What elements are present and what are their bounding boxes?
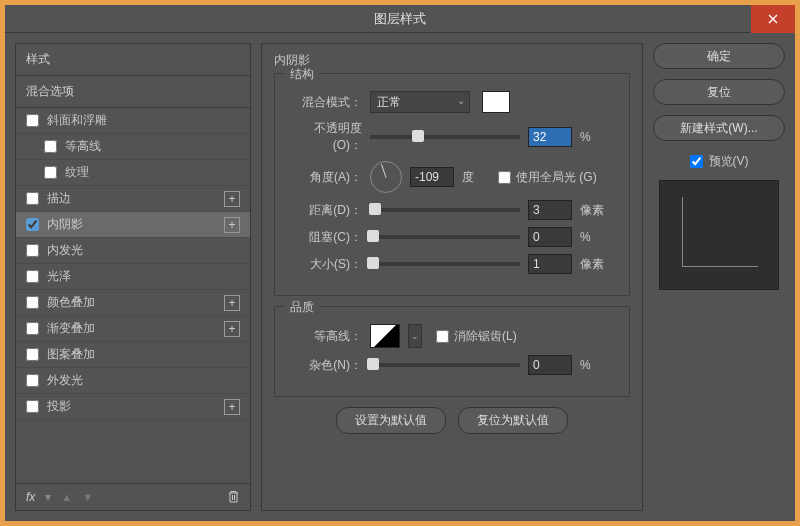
choke-unit: % (580, 230, 608, 244)
close-button[interactable] (751, 5, 795, 33)
style-item-label: 内发光 (47, 242, 240, 259)
quality-fieldset: 品质 等高线： ⌄ 消除锯齿(L) 杂色(N)： % (274, 306, 630, 397)
size-label: 大小(S)： (287, 256, 362, 273)
layer-style-dialog: 图层样式 样式 混合选项 斜面和浮雕等高线纹理描边+内阴影+内发光光泽颜色叠加+… (5, 5, 795, 521)
blend-mode-select[interactable]: 正常 ⌄ (370, 91, 470, 113)
angle-unit: 度 (462, 169, 490, 186)
choke-slider[interactable] (370, 235, 520, 239)
style-list: 斜面和浮雕等高线纹理描边+内阴影+内发光光泽颜色叠加+渐变叠加+图案叠加外发光投… (16, 108, 250, 483)
structure-fieldset: 结构 混合模式： 正常 ⌄ 不透明度(O)： % 角度(A)： (274, 73, 630, 296)
contour-dropdown[interactable]: ⌄ (408, 324, 422, 348)
opacity-input[interactable] (528, 127, 572, 147)
trash-icon[interactable] (227, 490, 240, 504)
contour-label: 等高线： (287, 328, 362, 345)
reset-default-button[interactable]: 复位为默认值 (458, 407, 568, 434)
preview-shape (682, 197, 758, 267)
antialias-checkbox[interactable]: 消除锯齿(L) (436, 328, 517, 345)
size-unit: 像素 (580, 256, 608, 273)
choke-input[interactable] (528, 227, 572, 247)
style-item-label: 外发光 (47, 372, 240, 389)
angle-label: 角度(A)： (287, 169, 362, 186)
style-item-0[interactable]: 斜面和浮雕 (16, 108, 250, 134)
style-checkbox[interactable] (26, 296, 39, 309)
style-item-label: 等高线 (65, 138, 240, 155)
style-checkbox[interactable] (26, 192, 39, 205)
style-item-7[interactable]: 颜色叠加+ (16, 290, 250, 316)
structure-legend: 结构 (285, 66, 319, 83)
style-item-6[interactable]: 光泽 (16, 264, 250, 290)
style-item-4[interactable]: 内阴影+ (16, 212, 250, 238)
quality-legend: 品质 (285, 299, 319, 316)
noise-unit: % (580, 358, 608, 372)
fx-label[interactable]: fx (26, 490, 35, 504)
style-item-label: 斜面和浮雕 (47, 112, 240, 129)
style-item-10[interactable]: 外发光 (16, 368, 250, 394)
blend-mode-label: 混合模式： (287, 94, 362, 111)
angle-dial[interactable] (370, 161, 402, 193)
arrow-up-icon[interactable]: ▲ (61, 491, 72, 503)
style-checkbox[interactable] (26, 270, 39, 283)
ok-button[interactable]: 确定 (653, 43, 785, 69)
choke-label: 阻塞(C)： (287, 229, 362, 246)
size-slider[interactable] (370, 262, 520, 266)
angle-input[interactable] (410, 167, 454, 187)
preview-thumbnail (659, 180, 779, 290)
style-item-8[interactable]: 渐变叠加+ (16, 316, 250, 342)
style-checkbox[interactable] (26, 348, 39, 361)
opacity-label: 不透明度(O)： (287, 120, 362, 154)
color-picker[interactable] (482, 91, 510, 113)
distance-label: 距离(D)： (287, 202, 362, 219)
cancel-button[interactable]: 复位 (653, 79, 785, 105)
opacity-slider[interactable] (370, 135, 520, 139)
noise-slider[interactable] (370, 363, 520, 367)
size-input[interactable] (528, 254, 572, 274)
action-panel: 确定 复位 新建样式(W)... 预览(V) (653, 43, 785, 511)
style-checkbox[interactable] (26, 322, 39, 335)
style-item-label: 光泽 (47, 268, 240, 285)
contour-picker[interactable] (370, 324, 400, 348)
global-light-label: 使用全局光 (G) (516, 169, 597, 186)
distance-slider[interactable] (370, 208, 520, 212)
chevron-down-icon: ▾ (45, 490, 51, 504)
styles-panel: 样式 混合选项 斜面和浮雕等高线纹理描边+内阴影+内发光光泽颜色叠加+渐变叠加+… (15, 43, 251, 511)
style-item-2[interactable]: 纹理 (16, 160, 250, 186)
distance-unit: 像素 (580, 202, 608, 219)
add-effect-icon[interactable]: + (224, 191, 240, 207)
styles-footer: fx ▾ ▲ ▼ (16, 483, 250, 510)
distance-input[interactable] (528, 200, 572, 220)
preview-checkbox[interactable]: 预览(V) (653, 153, 785, 170)
style-item-1[interactable]: 等高线 (16, 134, 250, 160)
add-effect-icon[interactable]: + (224, 217, 240, 233)
style-checkbox[interactable] (44, 140, 57, 153)
style-checkbox[interactable] (26, 374, 39, 387)
style-item-label: 纹理 (65, 164, 240, 181)
global-light-checkbox[interactable]: 使用全局光 (G) (498, 169, 597, 186)
style-item-label: 描边 (47, 190, 224, 207)
style-item-3[interactable]: 描边+ (16, 186, 250, 212)
add-effect-icon[interactable]: + (224, 295, 240, 311)
style-item-label: 投影 (47, 398, 224, 415)
style-checkbox[interactable] (26, 244, 39, 257)
add-effect-icon[interactable]: + (224, 399, 240, 415)
styles-header: 样式 (16, 44, 250, 76)
blend-options-header[interactable]: 混合选项 (16, 76, 250, 108)
style-checkbox[interactable] (26, 218, 39, 231)
noise-label: 杂色(N)： (287, 357, 362, 374)
style-item-5[interactable]: 内发光 (16, 238, 250, 264)
style-item-11[interactable]: 投影+ (16, 394, 250, 420)
dialog-content: 样式 混合选项 斜面和浮雕等高线纹理描边+内阴影+内发光光泽颜色叠加+渐变叠加+… (5, 33, 795, 521)
antialias-label: 消除锯齿(L) (454, 328, 517, 345)
noise-input[interactable] (528, 355, 572, 375)
style-checkbox[interactable] (44, 166, 57, 179)
window-title: 图层样式 (374, 10, 426, 28)
arrow-down-icon[interactable]: ▼ (82, 491, 93, 503)
style-item-label: 颜色叠加 (47, 294, 224, 311)
add-effect-icon[interactable]: + (224, 321, 240, 337)
style-item-9[interactable]: 图案叠加 (16, 342, 250, 368)
style-item-label: 内阴影 (47, 216, 224, 233)
new-style-button[interactable]: 新建样式(W)... (653, 115, 785, 141)
opacity-unit: % (580, 130, 608, 144)
style-checkbox[interactable] (26, 114, 39, 127)
make-default-button[interactable]: 设置为默认值 (336, 407, 446, 434)
style-checkbox[interactable] (26, 400, 39, 413)
